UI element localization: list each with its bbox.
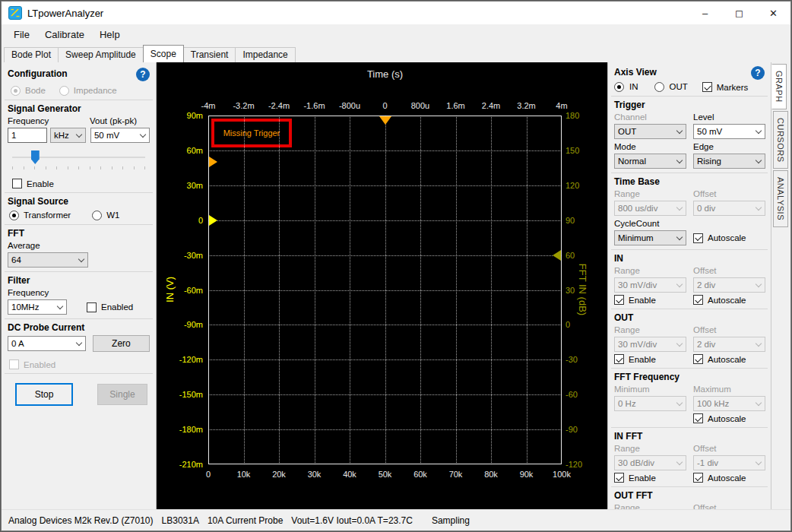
frequency-slider[interactable] (12, 150, 145, 164)
frequency-axis-tick: 80k (474, 469, 508, 480)
help-icon[interactable]: ? (751, 66, 765, 80)
grid-line (208, 290, 562, 291)
trigger-mode-select[interactable]: Normal (614, 154, 686, 169)
autoscale-label: Autoscale (708, 473, 746, 483)
side-tab-cursors[interactable]: CURSORS (773, 111, 788, 169)
stop-button[interactable]: Stop (15, 383, 73, 406)
status-bar: Analog Devices M2k Rev.D (Z7010) LB3031A… (2, 509, 790, 530)
in-fft-autoscale-checkbox[interactable]: Autoscale (693, 473, 765, 483)
slider-thumb[interactable] (31, 150, 40, 164)
frequency-unit-select[interactable]: kHz (50, 128, 86, 143)
trigger-edge-value: Rising (697, 157, 721, 166)
chevron-down-icon (756, 158, 762, 164)
chevron-down-icon (756, 128, 762, 135)
chevron-down-icon (57, 304, 63, 310)
zero-button[interactable]: Zero (93, 335, 150, 352)
slider-tick (46, 166, 46, 169)
frequency-axis-tick: 10k (227, 469, 261, 480)
trigger-level-marker[interactable] (209, 157, 217, 167)
in-fft-enable-checkbox[interactable]: Enable (614, 473, 686, 483)
slider-tick (90, 166, 90, 169)
axis-out-radio[interactable] (654, 82, 664, 92)
axis-in-radio[interactable] (614, 82, 624, 92)
signal-generator-title: Signal Generator (8, 103, 150, 114)
filter-frequency-select[interactable]: 10MHz (8, 299, 67, 315)
trigger-channel-select[interactable]: OUT (614, 124, 686, 139)
menu-help[interactable]: Help (92, 26, 128, 43)
tab-bode-plot[interactable]: Bode Plot (4, 47, 59, 62)
maximize-button[interactable]: ◻ (722, 2, 756, 24)
timebase-range-select: 800 us/div (614, 201, 686, 216)
in-autoscale-checkbox[interactable]: Autoscale (693, 295, 765, 305)
time-axis-title: Time (s) (208, 68, 562, 80)
minimum-label: Minimum (614, 385, 686, 394)
time-base-title: Time Base (614, 176, 765, 187)
tab-transient[interactable]: Transient (183, 47, 236, 62)
main-area: Configuration ? Bode Impedance Signal Ge… (2, 62, 790, 511)
w1-radio[interactable] (92, 211, 102, 220)
trigger-level-select[interactable]: 50 mV (693, 124, 765, 139)
close-button[interactable]: ✕ (756, 2, 790, 24)
mode-label: Mode (614, 142, 686, 152)
status-board: LB3031A (162, 515, 199, 526)
average-select[interactable]: 64 (8, 252, 88, 268)
timebase-autoscale-checkbox[interactable]: Autoscale (693, 233, 765, 243)
trigger-title: Trigger (614, 100, 765, 110)
dc-probe-title: DC Probe Current (8, 322, 150, 333)
side-tab-analysis[interactable]: ANALYSIS (773, 170, 788, 227)
markers-checkbox[interactable]: Markers (702, 82, 749, 92)
out-enable-checkbox[interactable]: Enable (614, 354, 686, 364)
timebase-offset-select: 0 div (693, 201, 765, 216)
in-fft-range-value: 30 dB/div (618, 458, 654, 467)
side-tab-graph[interactable]: GRAPH (771, 64, 787, 109)
filter-frequency-value: 10MHz (11, 302, 39, 312)
in-fft-offset-select: -1 div (693, 455, 765, 470)
in-offset-marker[interactable] (209, 215, 217, 226)
filter-enabled-checkbox[interactable]: Enabled (87, 302, 133, 312)
slider-tick (34, 166, 35, 169)
in-axis-tick: -120m (157, 354, 203, 365)
out-autoscale-checkbox[interactable]: Autoscale (693, 354, 765, 364)
grid-line (208, 325, 562, 325)
tab-sweep-amplitude[interactable]: Sweep Amplitude (58, 47, 144, 62)
checkbox-icon (614, 473, 624, 483)
tab-scope[interactable]: Scope (143, 45, 184, 62)
tab-impedance[interactable]: Impedance (235, 47, 295, 62)
impedance-radio-label: Impedance (74, 86, 117, 96)
cycle-count-select[interactable]: Minimum (614, 230, 686, 245)
trigger-edge-select[interactable]: Rising (693, 154, 765, 169)
time-axis-tick: -800u (333, 100, 366, 111)
in-axis-tick: -60m (157, 285, 203, 296)
enable-checkbox[interactable]: Enable (12, 179, 150, 188)
checkbox-icon (693, 354, 703, 364)
offset-label: Offset (693, 266, 765, 276)
fft-offset-marker[interactable] (553, 250, 561, 261)
menu-file[interactable]: File (6, 26, 37, 43)
in-enable-checkbox[interactable]: Enable (614, 295, 686, 305)
autoscale-label: Autoscale (708, 414, 746, 423)
trigger-channel-value: OUT (618, 127, 636, 136)
frequency-axis-tick: 70k (439, 469, 473, 480)
frequency-input[interactable] (8, 128, 47, 143)
fft-frequency-title: FFT Frequency (614, 372, 765, 382)
fft-frequency-autoscale-checkbox[interactable]: Autoscale (693, 413, 765, 423)
slider-tick (24, 166, 24, 169)
checkbox-icon (693, 295, 703, 305)
range-label: Range (614, 325, 686, 335)
minimize-button[interactable]: – (688, 2, 722, 24)
app-icon (8, 6, 22, 20)
status-device: Analog Devices M2k Rev.D (Z7010) (8, 515, 154, 526)
in-axis-tick: 30m (157, 180, 203, 191)
chevron-down-icon (756, 401, 762, 407)
dc-probe-select[interactable]: 0 A (8, 336, 86, 351)
help-icon[interactable]: ? (136, 68, 150, 81)
trigger-time-marker[interactable] (379, 116, 391, 125)
vout-select[interactable]: 50 mV (90, 128, 150, 143)
status-state: Sampling (432, 515, 470, 526)
transformer-radio[interactable] (9, 211, 19, 220)
menu-calibrate[interactable]: Calibrate (37, 26, 92, 43)
checkbox-icon (693, 473, 703, 483)
scope-plot[interactable]: Time (s) Frequency (Hz) IN (V) FFT IN (d… (157, 62, 607, 511)
in-fft-title: IN FFT (614, 431, 765, 442)
grid-line (208, 429, 562, 430)
